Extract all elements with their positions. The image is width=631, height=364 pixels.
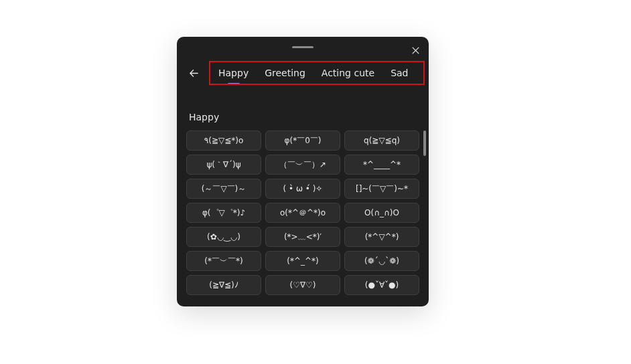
- kaomoji-button[interactable]: (✿◡‿◡): [186, 227, 261, 247]
- kaomoji-button[interactable]: φ(*￣0￣): [265, 130, 340, 151]
- close-button[interactable]: [407, 42, 423, 58]
- kaomoji-button[interactable]: (●ˇ∀ˇ●): [344, 275, 419, 295]
- kaomoji-button[interactable]: o(*^＠^*)o: [265, 203, 340, 223]
- kaomoji-button[interactable]: O(∩_∩)O: [344, 203, 419, 223]
- kaomoji-button[interactable]: *^____^*: [344, 155, 419, 175]
- kaomoji-button[interactable]: (*^▽^*): [344, 227, 419, 247]
- kaomoji-button[interactable]: (*>﹏<*)′: [265, 227, 340, 247]
- kaomoji-button[interactable]: q(≧▽≦q): [344, 130, 419, 151]
- section-title: Happy: [189, 112, 429, 122]
- kaomoji-grid-wrap: ٩(≧▽≦*)oφ(*￣0￣)q(≧▽≦q)ψ(｀∇´)ψ（￣︶￣）↗*^___…: [177, 130, 429, 295]
- scrollbar-thumb[interactable]: [423, 130, 426, 156]
- kaomoji-button[interactable]: φ(゜▽゜*)♪: [186, 203, 261, 223]
- kaomoji-button[interactable]: （￣︶￣）↗: [265, 155, 340, 175]
- category-tabs-highlight: HappyGreetingActing cuteSad: [209, 61, 425, 85]
- tab-happy[interactable]: Happy: [210, 62, 257, 84]
- back-button[interactable]: [184, 63, 204, 83]
- kaomoji-button[interactable]: (♡∇♡): [265, 275, 340, 295]
- kaomoji-button[interactable]: ψ(｀∇´)ψ: [186, 155, 261, 175]
- kaomoji-panel: HappyGreetingActing cuteSad Happy ٩(≧▽≦*…: [177, 37, 429, 306]
- kaomoji-button[interactable]: (≧∇≦)ﾉ: [186, 275, 261, 295]
- kaomoji-button[interactable]: (～￣▽￣)～: [186, 179, 261, 199]
- kaomoji-button[interactable]: ٩(≧▽≦*)o: [186, 130, 261, 151]
- kaomoji-button[interactable]: []~(￣▽￣)~*: [344, 179, 419, 199]
- tab-greeting[interactable]: Greeting: [257, 62, 313, 84]
- nav-row: HappyGreetingActing cuteSad: [177, 60, 429, 86]
- drag-handle[interactable]: [292, 46, 313, 48]
- kaomoji-button[interactable]: (*^_^*): [265, 251, 340, 271]
- panel-header: [177, 37, 429, 60]
- close-icon: [412, 47, 419, 54]
- kaomoji-grid: ٩(≧▽≦*)oφ(*￣0￣)q(≧▽≦q)ψ(｀∇´)ψ（￣︶￣）↗*^___…: [186, 130, 419, 295]
- kaomoji-button[interactable]: (*￣︶￣*): [186, 251, 261, 271]
- tab-sad[interactable]: Sad: [382, 62, 416, 84]
- back-arrow-icon: [189, 68, 199, 78]
- tab-acting-cute[interactable]: Acting cute: [313, 62, 382, 84]
- kaomoji-button[interactable]: ( •̀ ω •́ )✧: [265, 179, 340, 199]
- kaomoji-button[interactable]: (❁´◡`❁): [344, 251, 419, 271]
